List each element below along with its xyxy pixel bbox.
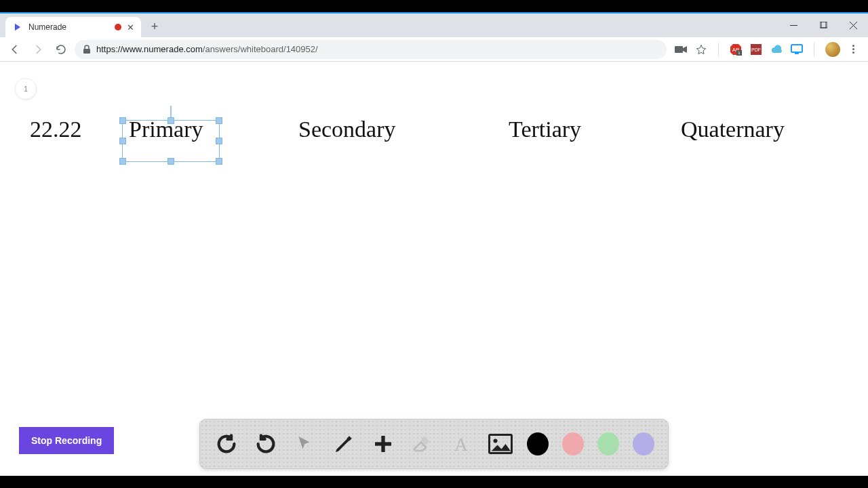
text-quaternary[interactable]: Quaternary <box>681 117 785 142</box>
svg-text:A: A <box>454 434 468 455</box>
extension-icons: AB1 PDF <box>671 42 863 57</box>
text-tool[interactable]: A <box>448 430 474 458</box>
pencil-tool[interactable] <box>331 430 357 458</box>
text-primary[interactable]: Primary <box>129 117 203 142</box>
redo-button[interactable] <box>253 430 279 458</box>
extension-adblock-icon[interactable]: AB1 <box>730 43 742 56</box>
svg-marker-8 <box>683 46 687 53</box>
window-close-button[interactable] <box>838 16 868 36</box>
resize-handle[interactable] <box>216 138 222 144</box>
tab-close-icon[interactable]: ✕ <box>127 22 134 33</box>
window-maximize-button[interactable] <box>808 16 838 36</box>
resize-handle[interactable] <box>119 117 126 124</box>
svg-marker-0 <box>15 24 20 31</box>
lock-icon <box>83 45 91 54</box>
eraser-tool[interactable] <box>410 430 435 458</box>
recording-indicator-icon <box>115 24 121 30</box>
svg-rect-7 <box>675 46 683 53</box>
svg-rect-16 <box>795 53 799 54</box>
color-swatch-black[interactable] <box>527 432 549 455</box>
add-tool[interactable] <box>370 430 396 458</box>
tab-strip: Numerade ✕ + <box>0 14 868 37</box>
extension-pdf-icon[interactable]: PDF <box>750 43 762 56</box>
svg-rect-19 <box>375 442 391 445</box>
pointer-tool[interactable] <box>292 430 317 458</box>
slide-number-badge[interactable]: 1 <box>15 78 37 100</box>
browser-tab[interactable]: Numerade ✕ <box>5 17 141 37</box>
forward-button[interactable] <box>28 40 47 59</box>
svg-rect-1 <box>790 25 797 26</box>
resize-handle[interactable] <box>119 158 126 165</box>
window-minimize-button[interactable] <box>778 16 808 36</box>
svg-rect-3 <box>821 22 827 28</box>
resize-handle[interactable] <box>216 117 222 124</box>
extension-cloud-icon[interactable] <box>770 43 783 56</box>
star-icon[interactable] <box>695 43 707 56</box>
extension-monitor-icon[interactable] <box>791 43 803 56</box>
profile-avatar[interactable] <box>825 42 840 57</box>
color-swatch-pink[interactable] <box>562 432 584 455</box>
whiteboard-toolbar: A <box>199 419 669 469</box>
resize-handle[interactable] <box>216 158 222 165</box>
tab-favicon <box>12 22 23 33</box>
color-swatch-purple[interactable] <box>633 432 654 455</box>
svg-rect-15 <box>791 45 802 52</box>
svg-text:PDF: PDF <box>751 47 761 52</box>
text-tertiary[interactable]: Tertiary <box>509 117 581 142</box>
address-bar[interactable]: https://www.numerade.com/answers/whitebo… <box>75 40 667 59</box>
browser-toolbar: https://www.numerade.com/answers/whitebo… <box>0 37 868 62</box>
reload-button[interactable] <box>52 40 71 59</box>
toolbar-divider-2 <box>814 43 814 56</box>
browser-menu-button[interactable] <box>848 45 859 54</box>
color-swatch-green[interactable] <box>597 432 619 455</box>
back-button[interactable] <box>5 40 24 59</box>
undo-button[interactable] <box>214 430 239 458</box>
resize-handle[interactable] <box>167 158 174 165</box>
url-text: https://www.numerade.com/answers/whitebo… <box>96 44 318 54</box>
image-tool[interactable] <box>488 430 513 458</box>
window-controls <box>778 14 868 37</box>
svg-rect-2 <box>820 22 826 28</box>
text-secondary[interactable]: Secondary <box>298 117 396 142</box>
resize-handle[interactable] <box>119 138 126 144</box>
camera-icon[interactable] <box>675 43 687 56</box>
toolbar-divider <box>718 43 719 56</box>
tab-title: Numerade <box>28 22 109 32</box>
page-content: 1 22.22 Primary Secondary Tertiary Quate… <box>0 62 868 476</box>
question-number: 22.22 <box>30 117 82 142</box>
svg-point-23 <box>493 439 497 443</box>
stop-recording-button[interactable]: Stop Recording <box>19 427 114 454</box>
new-tab-button[interactable]: + <box>145 17 164 36</box>
svg-rect-6 <box>83 49 90 54</box>
